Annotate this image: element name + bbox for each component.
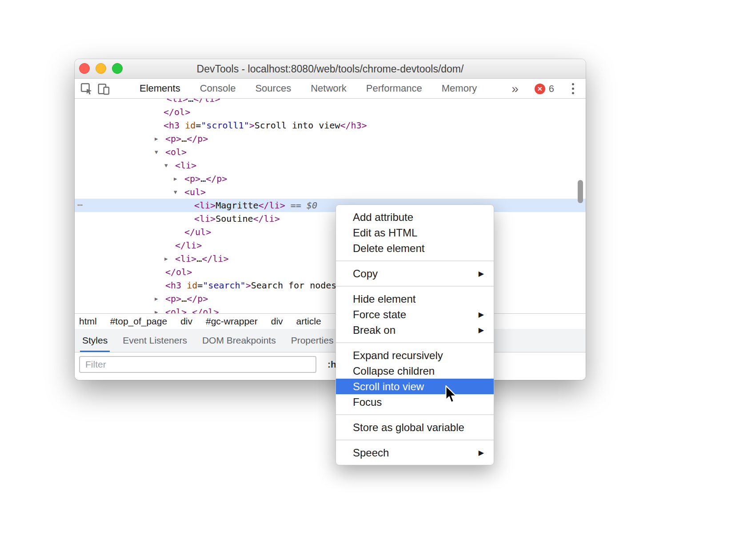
dom-node-text: <li>: [175, 159, 196, 172]
menu-item-label: Collapse children: [353, 365, 435, 377]
dom-node-text: <ol>…</ol>: [165, 305, 219, 313]
menu-item-edit-as-html[interactable]: Edit as HTML: [336, 225, 494, 240]
sidebar-tab-properties[interactable]: Properties: [284, 329, 341, 352]
kebab-menu-icon[interactable]: [570, 81, 576, 96]
collapse-arrow-icon[interactable]: ▾: [164, 159, 168, 172]
toolbar-right: » ✕ 6: [511, 80, 586, 98]
menu-item-add-attribute[interactable]: Add attribute: [336, 209, 494, 225]
menu-item-store-as-global-variable[interactable]: Store as global variable: [336, 420, 494, 435]
inspect-icon: [80, 82, 93, 96]
dom-tree-row[interactable]: ▾<li>: [75, 159, 586, 172]
device-toolbar-icon: [97, 82, 110, 96]
sidebar-tab-event-listeners[interactable]: Event Listeners: [115, 329, 195, 352]
tab-console[interactable]: Console: [190, 79, 246, 98]
dom-tree-row[interactable]: <h3 id="scroll1">Scroll into view</h3>: [75, 119, 586, 132]
tab-sources[interactable]: Sources: [245, 79, 301, 98]
dom-tree-row[interactable]: ▸<p>…</p>: [75, 292, 586, 305]
breadcrumb-item-top-of-page[interactable]: #top_of_page: [110, 316, 167, 327]
devtools-window: DevTools - localhost:8080/web/tools/chro…: [75, 59, 586, 380]
menu-item-label: Scroll into view: [353, 380, 424, 392]
breadcrumb: html#top_of_pagediv#gc-wrapperdivarticle: [75, 313, 586, 329]
dom-node-text: <li>Magritte</li> == $0: [194, 199, 317, 212]
sidebar-tab-styles[interactable]: Styles: [75, 329, 115, 352]
menu-item-label: Break on: [353, 324, 395, 336]
dom-node-text: <li>…</li>: [167, 99, 220, 105]
breadcrumb-item-article[interactable]: article: [296, 316, 321, 327]
breadcrumb-item-html[interactable]: html: [79, 316, 97, 327]
dom-tree-row[interactable]: ▾<ul>: [75, 185, 586, 199]
menu-item-force-state[interactable]: Force state▶: [336, 307, 494, 322]
dom-tree-row[interactable]: </ol>: [75, 265, 586, 279]
expand-arrow-icon[interactable]: ▸: [164, 252, 168, 265]
more-actions-icon[interactable]: ⋯: [77, 199, 83, 212]
menu-item-collapse-children[interactable]: Collapse children: [336, 363, 494, 379]
dom-node-text: </li>: [175, 239, 202, 252]
scrollbar-thumb[interactable]: [578, 180, 583, 203]
dom-tree-row[interactable]: ▸<p>…</p>: [75, 172, 586, 185]
desktop: DevTools - localhost:8080/web/tools/chro…: [0, 0, 743, 560]
inspect-element-button[interactable]: [78, 80, 95, 97]
menu-item-label: Force state: [353, 308, 406, 320]
menu-item-scroll-into-view[interactable]: Scroll into view: [336, 379, 494, 394]
sidebar-tab-bar: StylesEvent ListenersDOM BreakpointsProp…: [75, 329, 586, 352]
dom-node-text: <p>…</p>: [165, 132, 208, 145]
menu-item-copy[interactable]: Copy▶: [336, 266, 494, 281]
more-tabs-icon[interactable]: »: [511, 80, 519, 98]
menu-item-label: Delete element: [353, 242, 424, 254]
menu-item-delete-element[interactable]: Delete element: [336, 240, 494, 256]
menu-separator: [336, 414, 494, 415]
dom-tree-row[interactable]: <h3 id="search">Search for nodes</h3>: [75, 279, 586, 292]
device-toolbar-button[interactable]: [95, 80, 112, 97]
submenu-arrow-icon: ▶: [479, 266, 484, 281]
dom-tree-row[interactable]: ▸<ol>…</ol>: [75, 305, 586, 313]
expand-arrow-icon[interactable]: ▸: [155, 292, 158, 305]
dom-tree-row[interactable]: ▸<li>…</li>: [75, 252, 586, 265]
titlebar[interactable]: DevTools - localhost:8080/web/tools/chro…: [75, 59, 586, 79]
dom-tree-row[interactable]: <li>…</li>: [75, 99, 586, 105]
tab-performance[interactable]: Performance: [356, 79, 432, 98]
dom-tree-row[interactable]: <li>Soutine</li>: [75, 212, 586, 225]
expand-arrow-icon[interactable]: ▸: [155, 132, 158, 145]
dom-node-text: <p>…</p>: [184, 172, 227, 185]
dom-tree-row[interactable]: </li>: [75, 239, 586, 252]
breadcrumb-item-div[interactable]: div: [180, 316, 192, 327]
mouse-cursor-icon: [444, 385, 458, 406]
dom-tree-row[interactable]: ▸<p>…</p>: [75, 132, 586, 145]
menu-item-hide-element[interactable]: Hide element: [336, 291, 494, 307]
dom-node-text: </ol>: [164, 105, 190, 119]
menu-item-break-on[interactable]: Break on▶: [336, 322, 494, 338]
styles-filter-input[interactable]: [79, 356, 316, 373]
menu-separator: [336, 260, 494, 261]
menu-item-focus[interactable]: Focus: [336, 394, 494, 410]
dom-tree-row[interactable]: </ol>: [75, 105, 586, 119]
tab-memory[interactable]: Memory: [432, 79, 487, 98]
tab-elements[interactable]: Elements: [130, 79, 190, 98]
menu-separator: [336, 286, 494, 287]
tab-network[interactable]: Network: [301, 79, 356, 98]
dom-node-text: <h3 id="search">Search for nodes</h3>: [165, 279, 364, 292]
error-icon: ✕: [535, 84, 545, 94]
dom-tree: <li>…</li></ol><h3 id="scroll1">Scroll i…: [75, 99, 586, 313]
devtools-toolbar: ElementsConsoleSourcesNetworkPerformance…: [75, 79, 586, 99]
sidebar-tab-dom-breakpoints[interactable]: DOM Breakpoints: [195, 329, 284, 352]
menu-separator: [336, 342, 494, 343]
dom-node-text: <li>…</li>: [175, 252, 228, 265]
collapse-arrow-icon[interactable]: ▾: [155, 145, 158, 159]
dom-tree-row[interactable]: </ul>: [75, 225, 586, 239]
menu-item-label: Edit as HTML: [353, 227, 417, 239]
menu-item-expand-recursively[interactable]: Expand recursively: [336, 348, 494, 363]
expand-arrow-icon[interactable]: ▸: [155, 305, 158, 313]
expand-arrow-icon[interactable]: ▸: [174, 172, 177, 185]
dom-tree-row[interactable]: ▾<ol>: [75, 145, 586, 159]
dom-node-text: <h3 id="scroll1">Scroll into view</h3>: [164, 119, 367, 132]
dom-tree-row[interactable]: ⋯<li>Magritte</li> == $0: [75, 199, 586, 212]
menu-separator: [336, 440, 494, 440]
menu-item-speech[interactable]: Speech▶: [336, 445, 494, 460]
breadcrumb-item-div[interactable]: div: [271, 316, 283, 327]
styles-filter-row: :hov: [75, 352, 586, 380]
error-counter[interactable]: ✕ 6: [535, 83, 554, 95]
breadcrumb-item-gc-wrapper[interactable]: #gc-wrapper: [206, 316, 258, 327]
submenu-arrow-icon: ▶: [479, 307, 484, 322]
collapse-arrow-icon[interactable]: ▾: [174, 185, 177, 199]
menu-item-label: Copy: [353, 268, 378, 280]
